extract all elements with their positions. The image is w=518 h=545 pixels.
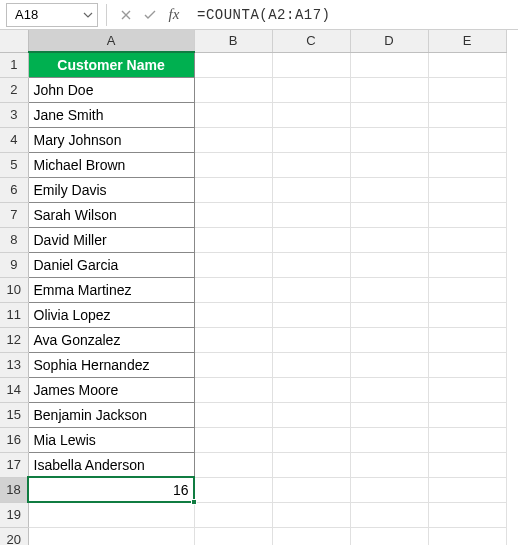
cell-E3[interactable]: [428, 102, 506, 127]
cell-C16[interactable]: [272, 427, 350, 452]
cell-C14[interactable]: [272, 377, 350, 402]
row-header-10[interactable]: 10: [0, 277, 28, 302]
cell-E10[interactable]: [428, 277, 506, 302]
cell-B3[interactable]: [194, 102, 272, 127]
cell-C1[interactable]: [272, 52, 350, 77]
row-header-12[interactable]: 12: [0, 327, 28, 352]
cell-D13[interactable]: [350, 352, 428, 377]
cell-A1[interactable]: Customer Name: [28, 52, 194, 77]
cell-D8[interactable]: [350, 227, 428, 252]
cell-E4[interactable]: [428, 127, 506, 152]
cell-D11[interactable]: [350, 302, 428, 327]
cell-B5[interactable]: [194, 152, 272, 177]
row-header-15[interactable]: 15: [0, 402, 28, 427]
cell-A17[interactable]: Isabella Anderson: [28, 452, 194, 477]
row-header-11[interactable]: 11: [0, 302, 28, 327]
cell-D2[interactable]: [350, 77, 428, 102]
name-box[interactable]: A18: [6, 3, 98, 27]
row-header-17[interactable]: 17: [0, 452, 28, 477]
cell-A13[interactable]: Sophia Hernandez: [28, 352, 194, 377]
row-header-16[interactable]: 16: [0, 427, 28, 452]
cell-E16[interactable]: [428, 427, 506, 452]
col-header-D[interactable]: D: [350, 30, 428, 52]
cell-E13[interactable]: [428, 352, 506, 377]
cell-C13[interactable]: [272, 352, 350, 377]
cell-D18[interactable]: [350, 477, 428, 502]
row-header-6[interactable]: 6: [0, 177, 28, 202]
cell-C10[interactable]: [272, 277, 350, 302]
cell-A15[interactable]: Benjamin Jackson: [28, 402, 194, 427]
cell-C8[interactable]: [272, 227, 350, 252]
cell-B11[interactable]: [194, 302, 272, 327]
cell-C15[interactable]: [272, 402, 350, 427]
fx-icon[interactable]: fx: [163, 4, 185, 26]
cell-B18[interactable]: [194, 477, 272, 502]
cell-D1[interactable]: [350, 52, 428, 77]
cell-B17[interactable]: [194, 452, 272, 477]
cell-D16[interactable]: [350, 427, 428, 452]
cell-B12[interactable]: [194, 327, 272, 352]
cell-B8[interactable]: [194, 227, 272, 252]
cell-C19[interactable]: [272, 502, 350, 527]
row-header-18[interactable]: 18: [0, 477, 28, 502]
cell-D19[interactable]: [350, 502, 428, 527]
row-header-20[interactable]: 20: [0, 527, 28, 545]
cell-A18[interactable]: 16: [28, 477, 194, 502]
cell-C5[interactable]: [272, 152, 350, 177]
cell-B19[interactable]: [194, 502, 272, 527]
cell-A10[interactable]: Emma Martinez: [28, 277, 194, 302]
cell-D3[interactable]: [350, 102, 428, 127]
cell-A20[interactable]: [28, 527, 194, 545]
cell-D20[interactable]: [350, 527, 428, 545]
cell-D5[interactable]: [350, 152, 428, 177]
cell-E18[interactable]: [428, 477, 506, 502]
cell-A7[interactable]: Sarah Wilson: [28, 202, 194, 227]
cell-E5[interactable]: [428, 152, 506, 177]
cell-A4[interactable]: Mary Johnson: [28, 127, 194, 152]
cell-C18[interactable]: [272, 477, 350, 502]
cell-C4[interactable]: [272, 127, 350, 152]
row-header-4[interactable]: 4: [0, 127, 28, 152]
cell-B1[interactable]: [194, 52, 272, 77]
cell-B15[interactable]: [194, 402, 272, 427]
row-header-14[interactable]: 14: [0, 377, 28, 402]
col-header-A[interactable]: A: [28, 30, 194, 52]
cell-A14[interactable]: James Moore: [28, 377, 194, 402]
row-header-3[interactable]: 3: [0, 102, 28, 127]
cell-E12[interactable]: [428, 327, 506, 352]
cell-D12[interactable]: [350, 327, 428, 352]
cell-C7[interactable]: [272, 202, 350, 227]
cell-A12[interactable]: Ava Gonzalez: [28, 327, 194, 352]
col-header-B[interactable]: B: [194, 30, 272, 52]
cell-A19[interactable]: [28, 502, 194, 527]
col-header-E[interactable]: E: [428, 30, 506, 52]
cell-D7[interactable]: [350, 202, 428, 227]
cell-A5[interactable]: Michael Brown: [28, 152, 194, 177]
row-header-5[interactable]: 5: [0, 152, 28, 177]
formula-input[interactable]: [187, 3, 512, 27]
cell-A6[interactable]: Emily Davis: [28, 177, 194, 202]
cell-E19[interactable]: [428, 502, 506, 527]
cancel-icon[interactable]: [115, 4, 137, 26]
cell-A8[interactable]: David Miller: [28, 227, 194, 252]
cell-E2[interactable]: [428, 77, 506, 102]
cell-B14[interactable]: [194, 377, 272, 402]
row-header-7[interactable]: 7: [0, 202, 28, 227]
cell-E20[interactable]: [428, 527, 506, 545]
cell-C6[interactable]: [272, 177, 350, 202]
cell-E6[interactable]: [428, 177, 506, 202]
cell-C3[interactable]: [272, 102, 350, 127]
cell-D14[interactable]: [350, 377, 428, 402]
cell-D4[interactable]: [350, 127, 428, 152]
cell-E15[interactable]: [428, 402, 506, 427]
cell-C17[interactable]: [272, 452, 350, 477]
cell-C9[interactable]: [272, 252, 350, 277]
row-header-19[interactable]: 19: [0, 502, 28, 527]
row-header-1[interactable]: 1: [0, 52, 28, 77]
row-header-8[interactable]: 8: [0, 227, 28, 252]
cell-E14[interactable]: [428, 377, 506, 402]
row-header-13[interactable]: 13: [0, 352, 28, 377]
cell-E1[interactable]: [428, 52, 506, 77]
cell-A9[interactable]: Daniel Garcia: [28, 252, 194, 277]
cell-C20[interactable]: [272, 527, 350, 545]
